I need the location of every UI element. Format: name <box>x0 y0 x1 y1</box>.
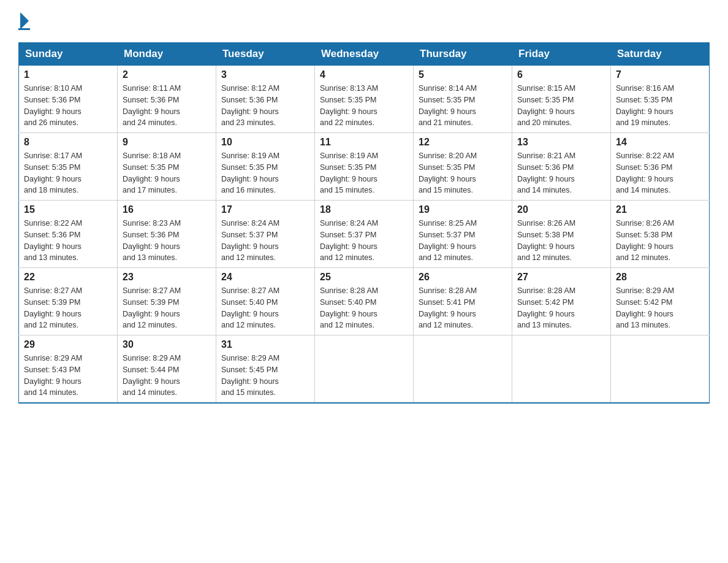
calendar-cell: 9 Sunrise: 8:18 AM Sunset: 5:35 PM Dayli… <box>118 133 216 201</box>
calendar-week-row: 15 Sunrise: 8:22 AM Sunset: 5:36 PM Dayl… <box>19 201 710 268</box>
day-number: 22 <box>24 272 112 283</box>
day-number: 21 <box>616 204 704 215</box>
logo <box>18 12 30 30</box>
day-number: 13 <box>517 137 605 148</box>
day-number: 23 <box>123 272 211 283</box>
calendar-cell: 25 Sunrise: 8:28 AM Sunset: 5:40 PM Dayl… <box>315 268 414 335</box>
calendar-cell: 14 Sunrise: 8:22 AM Sunset: 5:36 PM Dayl… <box>611 133 710 201</box>
day-header-monday: Monday <box>118 43 216 66</box>
day-number: 6 <box>517 69 605 80</box>
calendar-cell: 10 Sunrise: 8:19 AM Sunset: 5:35 PM Dayl… <box>216 133 315 201</box>
day-info: Sunrise: 8:29 AM Sunset: 5:44 PM Dayligh… <box>123 353 211 399</box>
day-number: 4 <box>320 69 408 80</box>
calendar-cell: 8 Sunrise: 8:17 AM Sunset: 5:35 PM Dayli… <box>19 133 118 201</box>
day-header-sunday: Sunday <box>19 43 118 66</box>
calendar-cell: 24 Sunrise: 8:27 AM Sunset: 5:40 PM Dayl… <box>216 268 315 335</box>
day-info: Sunrise: 8:26 AM Sunset: 5:38 PM Dayligh… <box>616 218 704 264</box>
calendar-cell: 12 Sunrise: 8:20 AM Sunset: 5:35 PM Dayl… <box>414 133 512 201</box>
day-number: 1 <box>24 69 112 80</box>
day-info: Sunrise: 8:29 AM Sunset: 5:43 PM Dayligh… <box>24 353 112 399</box>
day-info: Sunrise: 8:24 AM Sunset: 5:37 PM Dayligh… <box>221 218 309 264</box>
day-number: 30 <box>123 339 211 350</box>
calendar-cell: 27 Sunrise: 8:28 AM Sunset: 5:42 PM Dayl… <box>512 268 611 335</box>
day-header-wednesday: Wednesday <box>315 43 414 66</box>
calendar-week-row: 8 Sunrise: 8:17 AM Sunset: 5:35 PM Dayli… <box>19 133 710 201</box>
day-header-thursday: Thursday <box>414 43 512 66</box>
calendar-cell <box>611 335 710 404</box>
day-info: Sunrise: 8:18 AM Sunset: 5:35 PM Dayligh… <box>123 150 211 196</box>
calendar-cell: 21 Sunrise: 8:26 AM Sunset: 5:38 PM Dayl… <box>611 201 710 268</box>
day-number: 12 <box>419 137 507 148</box>
page-header <box>18 12 710 30</box>
day-info: Sunrise: 8:16 AM Sunset: 5:35 PM Dayligh… <box>616 83 704 129</box>
day-number: 25 <box>320 272 408 283</box>
day-info: Sunrise: 8:29 AM Sunset: 5:42 PM Dayligh… <box>616 285 704 331</box>
calendar-cell: 15 Sunrise: 8:22 AM Sunset: 5:36 PM Dayl… <box>19 201 118 268</box>
calendar-cell: 17 Sunrise: 8:24 AM Sunset: 5:37 PM Dayl… <box>216 201 315 268</box>
calendar-cell: 19 Sunrise: 8:25 AM Sunset: 5:37 PM Dayl… <box>414 201 512 268</box>
day-number: 19 <box>419 204 507 215</box>
logo-underline <box>18 28 30 30</box>
day-info: Sunrise: 8:28 AM Sunset: 5:41 PM Dayligh… <box>419 285 507 331</box>
calendar-cell <box>315 335 414 404</box>
day-number: 31 <box>221 339 309 350</box>
day-number: 14 <box>616 137 704 148</box>
day-info: Sunrise: 8:27 AM Sunset: 5:40 PM Dayligh… <box>221 285 309 331</box>
day-info: Sunrise: 8:28 AM Sunset: 5:40 PM Dayligh… <box>320 285 408 331</box>
day-info: Sunrise: 8:22 AM Sunset: 5:36 PM Dayligh… <box>616 150 704 196</box>
day-number: 3 <box>221 69 309 80</box>
calendar-cell: 31 Sunrise: 8:29 AM Sunset: 5:45 PM Dayl… <box>216 335 315 404</box>
calendar-cell: 29 Sunrise: 8:29 AM Sunset: 5:43 PM Dayl… <box>19 335 118 404</box>
day-number: 26 <box>419 272 507 283</box>
calendar-cell: 5 Sunrise: 8:14 AM Sunset: 5:35 PM Dayli… <box>414 66 512 133</box>
calendar-cell: 22 Sunrise: 8:27 AM Sunset: 5:39 PM Dayl… <box>19 268 118 335</box>
day-info: Sunrise: 8:19 AM Sunset: 5:35 PM Dayligh… <box>221 150 309 196</box>
day-info: Sunrise: 8:28 AM Sunset: 5:42 PM Dayligh… <box>517 285 605 331</box>
day-info: Sunrise: 8:27 AM Sunset: 5:39 PM Dayligh… <box>123 285 211 331</box>
day-number: 17 <box>221 204 309 215</box>
day-info: Sunrise: 8:19 AM Sunset: 5:35 PM Dayligh… <box>320 150 408 196</box>
calendar-week-row: 29 Sunrise: 8:29 AM Sunset: 5:43 PM Dayl… <box>19 335 710 404</box>
calendar-cell: 28 Sunrise: 8:29 AM Sunset: 5:42 PM Dayl… <box>611 268 710 335</box>
day-info: Sunrise: 8:25 AM Sunset: 5:37 PM Dayligh… <box>419 218 507 264</box>
day-number: 2 <box>123 69 211 80</box>
day-number: 24 <box>221 272 309 283</box>
calendar-cell <box>512 335 611 404</box>
day-info: Sunrise: 8:13 AM Sunset: 5:35 PM Dayligh… <box>320 83 408 129</box>
day-number: 28 <box>616 272 704 283</box>
day-number: 8 <box>24 137 112 148</box>
day-number: 7 <box>616 69 704 80</box>
day-number: 16 <box>123 204 211 215</box>
day-info: Sunrise: 8:27 AM Sunset: 5:39 PM Dayligh… <box>24 285 112 331</box>
calendar-cell: 4 Sunrise: 8:13 AM Sunset: 5:35 PM Dayli… <box>315 66 414 133</box>
day-number: 18 <box>320 204 408 215</box>
calendar-header-row: SundayMondayTuesdayWednesdayThursdayFrid… <box>19 43 710 66</box>
day-info: Sunrise: 8:22 AM Sunset: 5:36 PM Dayligh… <box>24 218 112 264</box>
calendar-cell: 7 Sunrise: 8:16 AM Sunset: 5:35 PM Dayli… <box>611 66 710 133</box>
day-info: Sunrise: 8:15 AM Sunset: 5:35 PM Dayligh… <box>517 83 605 129</box>
calendar-week-row: 1 Sunrise: 8:10 AM Sunset: 5:36 PM Dayli… <box>19 66 710 133</box>
day-header-friday: Friday <box>512 43 611 66</box>
day-number: 20 <box>517 204 605 215</box>
day-info: Sunrise: 8:29 AM Sunset: 5:45 PM Dayligh… <box>221 353 309 399</box>
calendar-cell: 3 Sunrise: 8:12 AM Sunset: 5:36 PM Dayli… <box>216 66 315 133</box>
calendar-week-row: 22 Sunrise: 8:27 AM Sunset: 5:39 PM Dayl… <box>19 268 710 335</box>
day-number: 10 <box>221 137 309 148</box>
calendar-cell: 16 Sunrise: 8:23 AM Sunset: 5:36 PM Dayl… <box>118 201 216 268</box>
day-number: 9 <box>123 137 211 148</box>
calendar-cell: 30 Sunrise: 8:29 AM Sunset: 5:44 PM Dayl… <box>118 335 216 404</box>
day-number: 11 <box>320 137 408 148</box>
day-number: 27 <box>517 272 605 283</box>
calendar-cell: 13 Sunrise: 8:21 AM Sunset: 5:36 PM Dayl… <box>512 133 611 201</box>
day-info: Sunrise: 8:12 AM Sunset: 5:36 PM Dayligh… <box>221 83 309 129</box>
calendar-cell: 2 Sunrise: 8:11 AM Sunset: 5:36 PM Dayli… <box>118 66 216 133</box>
calendar-cell: 11 Sunrise: 8:19 AM Sunset: 5:35 PM Dayl… <box>315 133 414 201</box>
day-info: Sunrise: 8:21 AM Sunset: 5:36 PM Dayligh… <box>517 150 605 196</box>
day-number: 5 <box>419 69 507 80</box>
calendar-table: SundayMondayTuesdayWednesdayThursdayFrid… <box>18 42 710 404</box>
calendar-cell: 6 Sunrise: 8:15 AM Sunset: 5:35 PM Dayli… <box>512 66 611 133</box>
day-number: 29 <box>24 339 112 350</box>
day-info: Sunrise: 8:17 AM Sunset: 5:35 PM Dayligh… <box>24 150 112 196</box>
calendar-cell: 20 Sunrise: 8:26 AM Sunset: 5:38 PM Dayl… <box>512 201 611 268</box>
day-info: Sunrise: 8:24 AM Sunset: 5:37 PM Dayligh… <box>320 218 408 264</box>
